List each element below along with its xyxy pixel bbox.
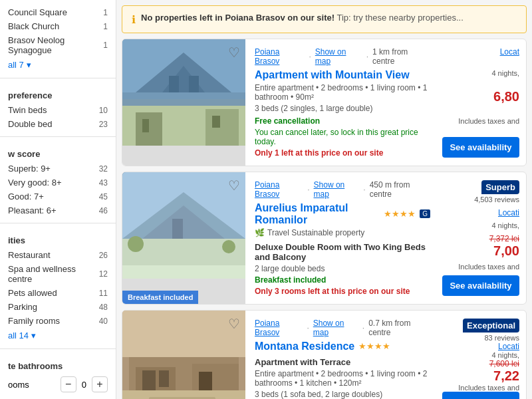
card1-beds: 3 beds (2 singles, 1 large double) — [255, 104, 430, 113]
wishlist-button-1[interactable]: ♡ — [228, 45, 240, 61]
svg-point-19 — [128, 236, 144, 252]
decrease-rooms-button[interactable]: − — [61, 376, 76, 392]
genius-icon: G — [420, 209, 430, 218]
card2-title-row: Aurelius Imparatul Romanilor ★★★★ G — [255, 201, 430, 226]
sidebar-item-spa: Spa and wellness centre 12 — [0, 262, 116, 286]
card3-location-link[interactable]: Poiana Brasov — [255, 319, 303, 337]
card3-location-row: Poiana Brasov · Show on map · 0.7 km fro… — [255, 319, 430, 337]
card3-title-row: Montana Residence ★★★★ — [255, 339, 430, 352]
card2-breakfast-badge: Breakfast included — [122, 291, 198, 304]
svg-point-20 — [222, 240, 235, 253]
card2-beds: 2 large double beds — [255, 264, 430, 273]
card3-locate-btn[interactable]: Locati — [498, 342, 519, 351]
card2-map-link[interactable]: Show on map — [314, 180, 360, 199]
svg-rect-29 — [199, 372, 212, 392]
card2-review-count: 4,503 reviews — [474, 196, 519, 203]
card1-locate-btn[interactable]: Locat — [500, 47, 519, 57]
card3-detail1: Entire apartment • 2 bedrooms • 1 living… — [255, 369, 430, 388]
card2-distance: 450 m from centre — [370, 180, 430, 199]
sidebar-item-council-square: Council Square 1 — [0, 5, 116, 19]
notice-bold: No properties left in Poiana Brasov on o… — [141, 13, 334, 23]
card3-price-old: 7,600 lei — [489, 359, 519, 368]
rooms-label: ooms — [8, 380, 29, 390]
card3-photo — [122, 311, 245, 399]
card2-nights: 4 nights, — [491, 221, 519, 229]
main-content: ℹ No properties left in Poiana Brasov on… — [116, 0, 532, 399]
leaf-icon: 🌿 — [255, 228, 265, 237]
card2-taxes: Includes taxes and — [458, 263, 519, 271]
property-card-3: ♡ Poiana Brasov · Show on map · 0.7 km f… — [122, 310, 527, 399]
card1-see-availability-button[interactable]: See availability — [442, 137, 519, 158]
show-all-facilities[interactable]: all 14 ▾ — [0, 328, 116, 343]
svg-rect-17 — [122, 172, 245, 239]
card2-review-score: Superb — [481, 180, 519, 194]
card1-price-col: Locat 4 nights, 6,80 Includes taxes and … — [440, 39, 526, 166]
svg-rect-10 — [212, 116, 220, 128]
svg-rect-8 — [142, 119, 149, 132]
sidebar-item-family: Family rooms 40 — [0, 314, 116, 328]
card3-image: ♡ — [122, 311, 245, 399]
rooms-stepper[interactable]: − 0 + — [61, 376, 108, 392]
bathrooms-title: te bathrooms — [0, 354, 116, 374]
rooms-value: 0 — [82, 380, 86, 390]
card2-body: Poiana Brasov · Show on map · 450 m from… — [245, 172, 440, 304]
sidebar-item-good: Good: 7+ 45 — [0, 190, 116, 203]
card3-review-score: Exceptional — [463, 319, 519, 332]
notice-banner: ℹ No properties left in Poiana Brasov on… — [122, 5, 527, 33]
card3-map-link[interactable]: Show on map — [313, 319, 358, 337]
card1-limited: Only 1 left at this price on our site — [255, 148, 430, 158]
card1-title-row: Apartment with Mountain View — [255, 68, 430, 81]
card1-free-cancel: Free cancellation — [255, 116, 430, 126]
card3-price-col: Exceptional 83 reviews Locati 4 nights, … — [440, 311, 526, 399]
card2-locate-btn[interactable]: Locati — [498, 208, 519, 217]
card1-body: Poiana Brasov · Show on map · 1 km from … — [245, 39, 440, 166]
sidebar-item-pets: Pets allowed 11 — [0, 286, 116, 300]
svg-rect-11 — [122, 39, 245, 99]
card3-review-badge: Exceptional 83 reviews — [463, 319, 519, 342]
card2-location-link[interactable]: Poiana Brasov — [255, 180, 303, 199]
sidebar-item-parking: Parking 48 — [0, 300, 116, 314]
svg-rect-9 — [205, 109, 239, 146]
card3-title[interactable]: Montana Residence — [255, 340, 354, 352]
facilities-title: ities — [0, 229, 116, 248]
card2-photo — [122, 172, 245, 279]
card2-see-availability-button[interactable]: See availability — [442, 275, 519, 296]
notice-text: No properties left in Poiana Brasov on o… — [141, 13, 464, 23]
card1-location-link[interactable]: Poiana Brasov — [255, 47, 305, 66]
svg-rect-27 — [159, 370, 169, 387]
card3-taxes: Includes taxes and — [458, 384, 519, 392]
card2-sustainable: 🌿 Travel Sustainable property — [255, 228, 430, 237]
chevron-down-icon: ▾ — [27, 60, 31, 70]
card2-title[interactable]: Aurelius Imparatul Romanilor — [255, 202, 380, 226]
card3-price-value: 7,22 — [489, 368, 519, 384]
card2-price: 7,372 lei 7,00 — [489, 234, 519, 259]
card2-image: Breakfast included ♡ — [122, 172, 245, 304]
card3-see-availability-button[interactable]: See availability — [442, 392, 519, 399]
sidebar-item-superb: Superb: 9+ 32 — [0, 162, 116, 176]
card1-image: ♡ — [122, 39, 245, 166]
property-card-1: ♡ Poiana Brasov · Show on map · 1 km fro… — [122, 39, 527, 166]
sidebar-item-black-church: Black Church 1 — [0, 19, 116, 33]
card3-body: Poiana Brasov · Show on map · 0.7 km fro… — [245, 311, 440, 399]
card1-photo — [122, 39, 245, 146]
card1-price: 6,80 — [493, 89, 519, 104]
wishlist-button-2[interactable]: ♡ — [228, 178, 240, 194]
info-icon: ℹ — [132, 13, 136, 26]
card3-beds: 3 beds (1 sofa bed, 2 large doubles) — [255, 390, 430, 399]
sidebar-item-very-good: Very good: 8+ 43 — [0, 176, 116, 190]
svg-rect-30 — [122, 311, 245, 357]
card1-type: Entire apartment • 2 bedrooms • 1 living… — [255, 83, 430, 102]
wishlist-button-3[interactable]: ♡ — [228, 316, 240, 332]
show-all-landmarks[interactable]: all 7 ▾ — [0, 57, 116, 72]
card2-breakfast-text: Breakfast included — [255, 275, 430, 285]
chevron-down-icon: ▾ — [31, 331, 36, 340]
sidebar-item-pleasant: Pleasant: 6+ 46 — [0, 203, 116, 217]
card1-cancel-note: You can cancel later, so lock in this gr… — [255, 128, 430, 146]
card1-title[interactable]: Apartment with Mountain View — [255, 69, 410, 81]
card2-price-col: Superb 4,503 reviews Locati 4 nights, 7,… — [440, 172, 526, 304]
card2-location-row: Poiana Brasov · Show on map · 450 m from… — [255, 180, 430, 199]
sidebar-item-double-bed: Double bed 23 — [0, 117, 116, 131]
svg-rect-26 — [142, 370, 156, 390]
increase-rooms-button[interactable]: + — [92, 376, 108, 392]
card1-map-link[interactable]: Show on map — [315, 47, 362, 66]
